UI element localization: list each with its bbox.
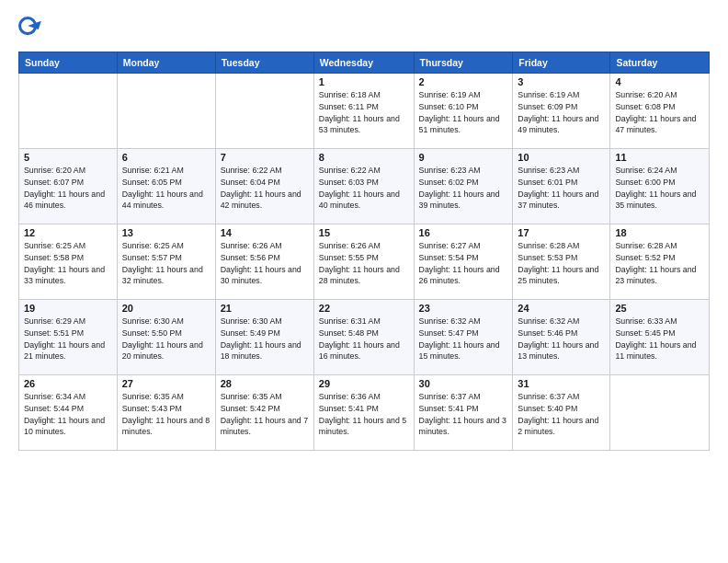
calendar-cell: 5Sunrise: 6:20 AM Sunset: 6:07 PM Daylig…	[19, 149, 118, 224]
calendar-cell: 15Sunrise: 6:26 AM Sunset: 5:55 PM Dayli…	[313, 224, 414, 300]
calendar-cell: 28Sunrise: 6:35 AM Sunset: 5:42 PM Dayli…	[215, 375, 313, 451]
day-info: Sunrise: 6:25 AM Sunset: 5:57 PM Dayligh…	[122, 240, 210, 287]
day-info: Sunrise: 6:37 AM Sunset: 5:40 PM Dayligh…	[518, 391, 605, 438]
day-info: Sunrise: 6:32 AM Sunset: 5:47 PM Dayligh…	[419, 316, 508, 362]
day-number: 10	[518, 152, 605, 163]
day-header-wednesday: Wednesday	[313, 52, 414, 74]
day-info: Sunrise: 6:26 AM Sunset: 5:55 PM Dayligh…	[319, 240, 409, 287]
day-info: Sunrise: 6:22 AM Sunset: 6:03 PM Dayligh…	[319, 165, 409, 212]
day-number: 2	[419, 76, 508, 87]
calendar-cell	[19, 74, 118, 149]
day-info: Sunrise: 6:33 AM Sunset: 5:45 PM Dayligh…	[615, 316, 704, 362]
day-info: Sunrise: 6:32 AM Sunset: 5:46 PM Dayligh…	[518, 316, 605, 362]
day-number: 20	[122, 303, 210, 314]
calendar-cell: 17Sunrise: 6:28 AM Sunset: 5:53 PM Dayli…	[513, 224, 610, 300]
calendar-cell: 26Sunrise: 6:34 AM Sunset: 5:44 PM Dayli…	[19, 375, 118, 451]
calendar-cell: 20Sunrise: 6:30 AM Sunset: 5:50 PM Dayli…	[117, 300, 215, 375]
calendar-cell: 30Sunrise: 6:37 AM Sunset: 5:41 PM Dayli…	[414, 375, 513, 451]
day-header-monday: Monday	[117, 52, 215, 74]
day-number: 14	[221, 227, 309, 238]
day-number: 11	[615, 152, 704, 163]
day-info: Sunrise: 6:23 AM Sunset: 6:02 PM Dayligh…	[419, 165, 508, 212]
logo-icon	[18, 17, 44, 42]
day-number: 16	[419, 227, 508, 238]
day-header-saturday: Saturday	[610, 52, 710, 74]
calendar-cell: 6Sunrise: 6:21 AM Sunset: 6:05 PM Daylig…	[117, 149, 215, 224]
day-info: Sunrise: 6:31 AM Sunset: 5:48 PM Dayligh…	[319, 316, 409, 362]
day-number: 15	[319, 227, 409, 238]
day-info: Sunrise: 6:28 AM Sunset: 5:53 PM Dayligh…	[518, 240, 605, 287]
calendar-cell	[215, 74, 313, 149]
day-info: Sunrise: 6:27 AM Sunset: 5:54 PM Dayligh…	[419, 240, 508, 287]
day-info: Sunrise: 6:37 AM Sunset: 5:41 PM Dayligh…	[419, 391, 508, 438]
day-number: 8	[319, 152, 409, 163]
day-number: 4	[615, 76, 704, 87]
header-row: SundayMondayTuesdayWednesdayThursdayFrid…	[19, 52, 710, 74]
calendar-cell: 22Sunrise: 6:31 AM Sunset: 5:48 PM Dayli…	[313, 300, 414, 375]
day-info: Sunrise: 6:20 AM Sunset: 6:07 PM Dayligh…	[24, 165, 112, 212]
calendar-table: SundayMondayTuesdayWednesdayThursdayFrid…	[18, 52, 710, 451]
calendar-cell: 9Sunrise: 6:23 AM Sunset: 6:02 PM Daylig…	[414, 149, 513, 224]
calendar-cell: 27Sunrise: 6:35 AM Sunset: 5:43 PM Dayli…	[117, 375, 215, 451]
day-info: Sunrise: 6:19 AM Sunset: 6:09 PM Dayligh…	[518, 89, 605, 136]
calendar-cell: 13Sunrise: 6:25 AM Sunset: 5:57 PM Dayli…	[117, 224, 215, 300]
day-info: Sunrise: 6:34 AM Sunset: 5:44 PM Dayligh…	[24, 391, 112, 438]
day-info: Sunrise: 6:23 AM Sunset: 6:01 PM Dayligh…	[518, 165, 605, 212]
calendar-cell: 1Sunrise: 6:18 AM Sunset: 6:11 PM Daylig…	[313, 74, 414, 149]
day-number: 23	[419, 303, 508, 314]
calendar-cell: 16Sunrise: 6:27 AM Sunset: 5:54 PM Dayli…	[414, 224, 513, 300]
calendar-cell: 2Sunrise: 6:19 AM Sunset: 6:10 PM Daylig…	[414, 74, 513, 149]
calendar-cell: 25Sunrise: 6:33 AM Sunset: 5:45 PM Dayli…	[610, 300, 710, 375]
day-info: Sunrise: 6:35 AM Sunset: 5:42 PM Dayligh…	[221, 391, 309, 438]
day-info: Sunrise: 6:30 AM Sunset: 5:49 PM Dayligh…	[221, 316, 309, 362]
calendar-cell: 12Sunrise: 6:25 AM Sunset: 5:58 PM Dayli…	[19, 224, 118, 300]
day-info: Sunrise: 6:28 AM Sunset: 5:52 PM Dayligh…	[615, 240, 704, 287]
day-number: 25	[615, 303, 704, 314]
day-number: 1	[319, 76, 409, 87]
day-number: 30	[419, 378, 508, 389]
day-number: 17	[518, 227, 605, 238]
calendar-cell: 31Sunrise: 6:37 AM Sunset: 5:40 PM Dayli…	[513, 375, 610, 451]
day-info: Sunrise: 6:19 AM Sunset: 6:10 PM Dayligh…	[419, 89, 508, 136]
calendar-cell: 7Sunrise: 6:22 AM Sunset: 6:04 PM Daylig…	[215, 149, 313, 224]
day-number: 9	[419, 152, 508, 163]
day-number: 19	[24, 303, 112, 314]
calendar-cell: 19Sunrise: 6:29 AM Sunset: 5:51 PM Dayli…	[19, 300, 118, 375]
day-header-friday: Friday	[513, 52, 610, 74]
day-number: 27	[122, 378, 210, 389]
calendar-cell: 24Sunrise: 6:32 AM Sunset: 5:46 PM Dayli…	[513, 300, 610, 375]
calendar-cell: 23Sunrise: 6:32 AM Sunset: 5:47 PM Dayli…	[414, 300, 513, 375]
day-header-sunday: Sunday	[19, 52, 118, 74]
day-info: Sunrise: 6:18 AM Sunset: 6:11 PM Dayligh…	[319, 89, 409, 136]
day-number: 22	[319, 303, 409, 314]
day-number: 18	[615, 227, 704, 238]
day-header-thursday: Thursday	[414, 52, 513, 74]
day-number: 6	[122, 152, 210, 163]
day-number: 3	[518, 76, 605, 87]
calendar-week-1: 1Sunrise: 6:18 AM Sunset: 6:11 PM Daylig…	[19, 74, 710, 149]
calendar-cell: 3Sunrise: 6:19 AM Sunset: 6:09 PM Daylig…	[513, 74, 610, 149]
calendar-week-4: 19Sunrise: 6:29 AM Sunset: 5:51 PM Dayli…	[19, 300, 710, 375]
calendar-cell: 8Sunrise: 6:22 AM Sunset: 6:03 PM Daylig…	[313, 149, 414, 224]
calendar-cell	[610, 375, 710, 451]
day-info: Sunrise: 6:20 AM Sunset: 6:08 PM Dayligh…	[615, 89, 704, 136]
calendar-cell	[117, 74, 215, 149]
day-number: 26	[24, 378, 112, 389]
calendar-cell: 21Sunrise: 6:30 AM Sunset: 5:49 PM Dayli…	[215, 300, 313, 375]
day-number: 13	[122, 227, 210, 238]
day-number: 5	[24, 152, 112, 163]
calendar-header: SundayMondayTuesdayWednesdayThursdayFrid…	[19, 52, 710, 74]
calendar-week-3: 12Sunrise: 6:25 AM Sunset: 5:58 PM Dayli…	[19, 224, 710, 300]
day-info: Sunrise: 6:35 AM Sunset: 5:43 PM Dayligh…	[122, 391, 210, 438]
day-info: Sunrise: 6:24 AM Sunset: 6:00 PM Dayligh…	[615, 165, 704, 212]
calendar-cell: 18Sunrise: 6:28 AM Sunset: 5:52 PM Dayli…	[610, 224, 710, 300]
day-info: Sunrise: 6:22 AM Sunset: 6:04 PM Dayligh…	[221, 165, 309, 212]
day-info: Sunrise: 6:36 AM Sunset: 5:41 PM Dayligh…	[319, 391, 409, 438]
day-number: 28	[221, 378, 309, 389]
day-number: 7	[221, 152, 309, 163]
header	[18, 17, 710, 42]
day-number: 31	[518, 378, 605, 389]
day-info: Sunrise: 6:29 AM Sunset: 5:51 PM Dayligh…	[24, 316, 112, 362]
logo	[18, 17, 50, 42]
calendar-body: 1Sunrise: 6:18 AM Sunset: 6:11 PM Daylig…	[19, 74, 710, 451]
